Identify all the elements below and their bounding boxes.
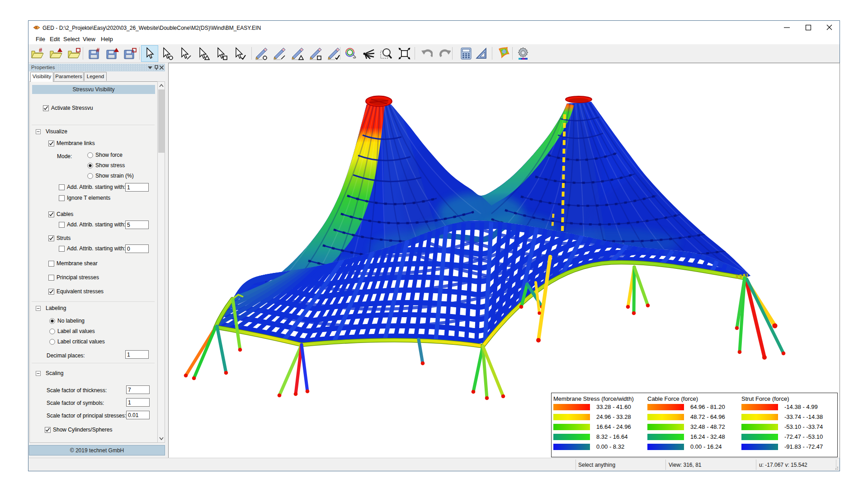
svg-text:#: # [96,47,100,53]
svg-text:#: # [39,47,42,53]
